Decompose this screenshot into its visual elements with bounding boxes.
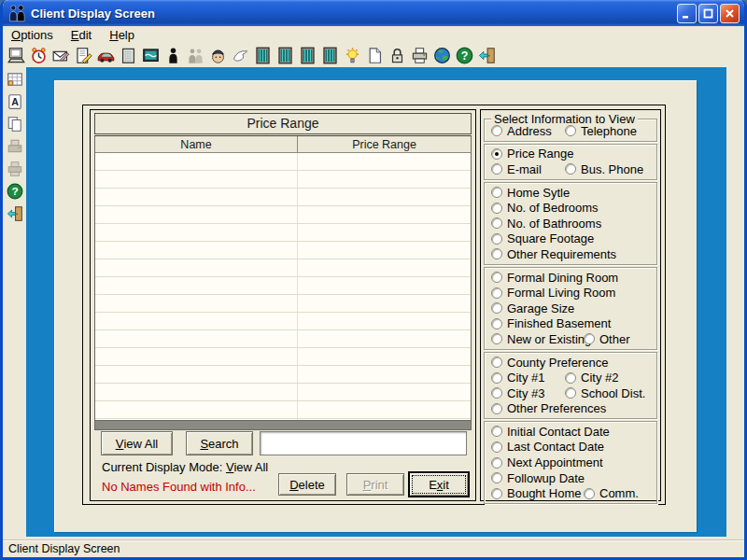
search-input[interactable] — [260, 431, 467, 455]
computer-icon[interactable] — [6, 46, 26, 66]
radio-option-no-of-bathrooms[interactable]: No. of Bathrooms — [491, 217, 601, 231]
clipboard-icon[interactable] — [118, 46, 138, 66]
help-icon[interactable] — [6, 182, 24, 201]
people-icon[interactable] — [185, 46, 205, 66]
table-row[interactable] — [95, 419, 471, 420]
face-icon[interactable] — [207, 46, 228, 66]
radio-button[interactable] — [491, 187, 502, 198]
delete-button[interactable]: Delete — [278, 473, 336, 496]
minimize-button[interactable] — [677, 4, 697, 23]
radio-button[interactable] — [491, 457, 502, 469]
table-row[interactable] — [95, 295, 471, 313]
radio-button[interactable] — [491, 357, 502, 368]
radio-option-other[interactable]: Other — [584, 332, 630, 346]
mail-pen-icon[interactable] — [50, 46, 71, 66]
view-all-button[interactable]: View All — [101, 431, 173, 455]
table-row[interactable] — [95, 242, 471, 259]
radio-option-last-contact-date[interactable]: Last Contact Date — [491, 440, 604, 454]
radio-option-e-mail[interactable]: E-mail — [491, 162, 542, 176]
radio-option-formal-dining-room[interactable]: Formal Dining Room — [491, 271, 618, 285]
radio-button[interactable] — [491, 472, 502, 483]
exit-door-icon[interactable] — [6, 204, 24, 223]
printer-icon[interactable] — [409, 46, 430, 66]
table-row[interactable] — [95, 171, 471, 189]
table-row[interactable] — [95, 348, 471, 366]
radio-option-price-range[interactable]: Price Range — [491, 147, 574, 161]
dove-icon[interactable] — [230, 46, 250, 66]
table-row[interactable] — [95, 313, 471, 330]
radio-option-other-preferences[interactable]: Other Preferences — [491, 401, 606, 415]
close-button[interactable] — [720, 4, 740, 23]
radio-option-new-or-existing[interactable]: New or Existing — [491, 332, 591, 346]
car-icon[interactable] — [95, 46, 116, 66]
door-icon[interactable] — [319, 46, 340, 66]
radio-button[interactable] — [491, 248, 502, 259]
radio-button[interactable] — [491, 148, 502, 160]
radio-button[interactable] — [565, 125, 576, 136]
search-button[interactable]: Search — [186, 431, 253, 455]
radio-button[interactable] — [565, 387, 576, 399]
radio-option-telephone[interactable]: Telephone — [565, 124, 637, 138]
alarm-clock-icon[interactable] — [28, 46, 49, 66]
table-row[interactable] — [95, 330, 471, 348]
page-icon[interactable] — [364, 46, 385, 66]
radio-option-followup-date[interactable]: Followup Date — [491, 471, 585, 485]
exit-door-icon[interactable] — [476, 46, 497, 66]
radio-option-garage-size[interactable]: Garage Size — [491, 301, 574, 315]
spreadsheet-icon[interactable] — [6, 70, 24, 89]
table-row[interactable] — [95, 259, 471, 277]
radio-button[interactable] — [491, 372, 502, 384]
radio-option-initial-contact-date[interactable]: Initial Contact Date — [491, 425, 610, 439]
radio-button[interactable] — [491, 387, 502, 399]
table-body[interactable] — [95, 153, 471, 420]
radio-button[interactable] — [491, 287, 502, 299]
table-row[interactable] — [95, 401, 471, 419]
radio-option-finished-basement[interactable]: Finished Basement — [491, 316, 611, 330]
radio-option-school-dist[interactable]: School Dist. — [565, 386, 645, 400]
person-icon[interactable] — [162, 46, 183, 66]
menu-edit[interactable]: Edit — [71, 28, 92, 42]
radio-option-square-footage[interactable]: Square Footage — [491, 231, 594, 245]
radio-button[interactable] — [565, 372, 576, 384]
table-row[interactable] — [95, 206, 471, 224]
table-row[interactable] — [95, 189, 471, 206]
exit-button[interactable]: Exit — [408, 471, 470, 497]
door-icon[interactable] — [252, 46, 273, 66]
door-icon[interactable] — [275, 46, 295, 66]
radio-button[interactable] — [491, 233, 502, 245]
radio-option-next-appointment[interactable]: Next Appointment — [491, 455, 603, 469]
radio-button[interactable] — [491, 441, 502, 453]
radio-button[interactable] — [491, 318, 502, 329]
radio-button[interactable] — [491, 333, 502, 344]
radio-option-county-preference[interactable]: County Preference — [491, 356, 608, 370]
door-icon[interactable] — [297, 46, 317, 66]
radio-button[interactable] — [491, 272, 502, 283]
radio-button[interactable] — [565, 163, 576, 175]
radio-option-formal-living-room[interactable]: Formal Living Room — [491, 286, 615, 300]
table-row[interactable] — [95, 384, 471, 401]
radio-button[interactable] — [491, 217, 502, 229]
radio-option-other-requirements[interactable]: Other Requirements — [491, 247, 616, 261]
radio-button[interactable] — [491, 403, 502, 414]
radio-button[interactable] — [491, 163, 502, 175]
table-row[interactable] — [95, 366, 471, 384]
notepad-pencil-icon[interactable] — [73, 46, 93, 66]
radio-option-city-3[interactable]: City #3 — [491, 386, 544, 400]
lightbulb-icon[interactable] — [342, 46, 362, 66]
radio-option-address[interactable]: Address — [491, 124, 552, 138]
radio-button[interactable] — [491, 125, 502, 136]
radio-option-bought-home[interactable]: Bought Home — [491, 486, 582, 500]
radio-button[interactable] — [491, 302, 502, 314]
table-row[interactable] — [95, 153, 471, 171]
horizontal-scrollbar[interactable] — [94, 421, 472, 430]
radio-option-comm[interactable]: Comm. — [584, 486, 639, 500]
menu-options[interactable]: Options — [11, 28, 53, 42]
table-row[interactable] — [95, 277, 471, 295]
radio-button[interactable] — [491, 426, 502, 437]
radio-button[interactable] — [584, 333, 595, 344]
table-row[interactable] — [95, 224, 471, 242]
radio-button[interactable] — [584, 488, 595, 499]
radio-option-bus-phone[interactable]: Bus. Phone — [565, 162, 643, 176]
radio-option-no-of-bedrooms[interactable]: No. of Bedrooms — [491, 201, 599, 215]
font-a-icon[interactable] — [6, 92, 24, 111]
